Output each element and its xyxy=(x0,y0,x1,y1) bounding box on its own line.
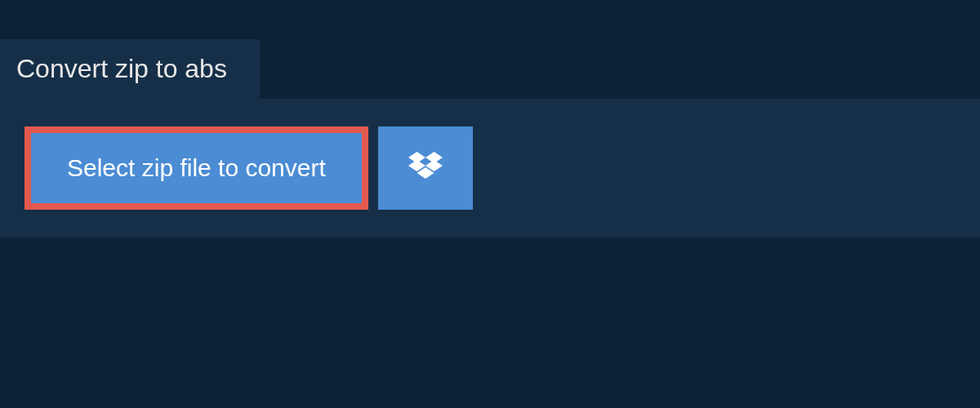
tab-bar: Convert zip to abs xyxy=(0,39,980,99)
action-row: Select zip file to convert xyxy=(24,126,956,210)
converter-panel: Select zip file to convert xyxy=(0,99,980,237)
select-file-button[interactable]: Select zip file to convert xyxy=(31,133,362,203)
tab-title: Convert zip to abs xyxy=(16,54,227,83)
select-file-label: Select zip file to convert xyxy=(67,154,326,181)
tab-convert[interactable]: Convert zip to abs xyxy=(0,39,260,99)
select-file-highlight: Select zip file to convert xyxy=(24,126,368,210)
dropbox-icon xyxy=(408,152,443,185)
dropbox-button[interactable] xyxy=(378,126,473,210)
